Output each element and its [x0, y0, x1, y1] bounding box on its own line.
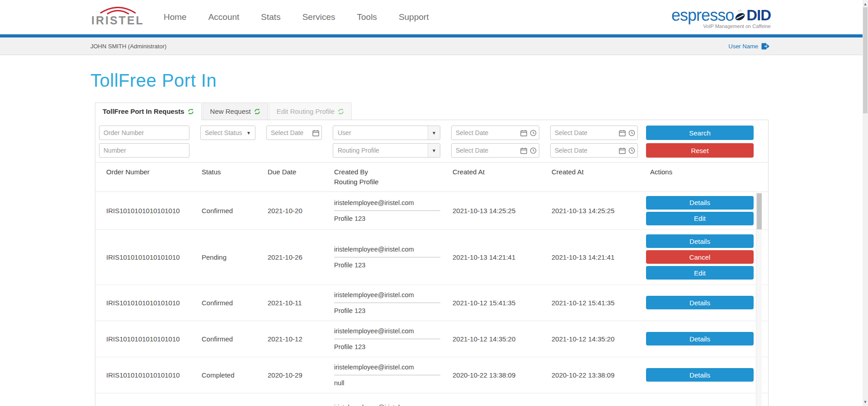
- page-scrollbar-thumb[interactable]: [863, 7, 868, 113]
- brand-text: IRISTEL: [91, 14, 144, 27]
- nav-account[interactable]: Account: [208, 12, 240, 22]
- details-button[interactable]: Details: [646, 196, 754, 210]
- nav-stats[interactable]: Stats: [261, 12, 280, 22]
- header-routing-profile: Routing Profile: [334, 177, 440, 187]
- clock-icon[interactable]: [530, 130, 537, 136]
- cell-due-date: 2021-10-26: [261, 248, 327, 266]
- created-from-filter-2[interactable]: Select Date: [451, 143, 539, 158]
- cell-status: Confirmed: [195, 201, 261, 220]
- calendar-icon[interactable]: [520, 130, 527, 136]
- cell-created-at-2: 2021-10-12 14:35:20: [545, 330, 643, 348]
- created-to-filter-2[interactable]: Select Date: [550, 143, 638, 158]
- table-row: IRIS1010101010101010 Confirmed 2021-10-2…: [95, 192, 768, 230]
- cell-created-at: 2020-10-21 13:04:27: [446, 405, 545, 406]
- created-by-email: iristelemployee@iristel.com: [334, 404, 440, 406]
- logout-icon: [761, 43, 769, 50]
- calendar-icon[interactable]: [520, 147, 527, 154]
- created-by-email: iristelemployee@iristel.com: [334, 246, 440, 257]
- page-scrollbar[interactable]: ▲ ▼: [863, 0, 868, 406]
- cell-actions: Details Cancel Edit: [643, 232, 768, 282]
- user-filter-value: User: [333, 126, 428, 140]
- tab-edit-routing-profile[interactable]: Edit Routing Profile: [269, 103, 352, 120]
- cell-created-at-2: 2021-10-12 15:41:35: [545, 294, 643, 312]
- cell-actions: Details: [643, 294, 768, 312]
- reset-button[interactable]: Reset: [646, 143, 754, 158]
- details-button[interactable]: Details: [646, 332, 754, 345]
- refresh-icon: [188, 108, 194, 115]
- cell-created-at-2: 2021-10-13 14:25:25: [545, 201, 643, 220]
- did-text: DID: [746, 7, 771, 24]
- calendar-icon[interactable]: [619, 147, 626, 154]
- details-button[interactable]: Details: [646, 368, 754, 382]
- refresh-icon: [338, 108, 344, 115]
- tab-new-request[interactable]: New Request: [203, 103, 268, 120]
- refresh-icon: [254, 108, 260, 115]
- table-header-row: Order Number Status Due Date Created By …: [95, 162, 768, 192]
- clock-icon[interactable]: [628, 147, 635, 154]
- coffee-bean-icon: [735, 9, 745, 21]
- cell-created-at: 2021-10-12 15:41:35: [446, 294, 545, 312]
- iristel-logo[interactable]: IRISTEL: [90, 5, 146, 29]
- top-navigation-bar: IRISTEL Home Account Stats Services Tool…: [0, 0, 868, 34]
- cell-order-number: IRIS1010101010101010: [95, 294, 195, 312]
- table-row: TFNIN20201021000001 Cancelled 2020-10-20…: [95, 393, 768, 406]
- header-created-by: Created By: [334, 167, 440, 177]
- search-button[interactable]: Search: [646, 126, 754, 140]
- cell-created-at: 2021-10-13 14:21:41: [446, 248, 545, 266]
- nav-tools[interactable]: Tools: [357, 12, 377, 22]
- tab-label: New Request: [210, 107, 251, 115]
- header-created-by-routing-profile: Created By Routing Profile: [327, 163, 446, 191]
- order-number-filter-input[interactable]: [99, 126, 189, 140]
- cell-created-by: iristelemployee@iristel.com Profile 123: [327, 240, 446, 274]
- clock-icon[interactable]: [530, 147, 537, 154]
- due-date-value: Select Date: [271, 129, 303, 136]
- cell-actions: Details: [643, 330, 768, 348]
- details-button[interactable]: Details: [646, 234, 754, 248]
- cell-status: Pending: [195, 248, 261, 266]
- number-filter-input[interactable]: [99, 143, 189, 158]
- tab-tollfree-port-in-requests[interactable]: TollFree Port In Requests: [95, 103, 202, 120]
- scroll-up-arrow[interactable]: ▲: [863, 1, 868, 7]
- user-filter-dropdown[interactable]: User ▼: [333, 126, 440, 140]
- details-button[interactable]: Details: [646, 296, 754, 309]
- cell-order-number: TFNIN20201021000001: [95, 405, 195, 406]
- nav-support[interactable]: Support: [399, 12, 429, 22]
- table-scrollbar-thumb[interactable]: [757, 193, 762, 229]
- cancel-button[interactable]: Cancel: [646, 250, 754, 264]
- nav-services[interactable]: Services: [302, 12, 335, 22]
- edit-button[interactable]: Edit: [646, 212, 754, 225]
- cell-status: Confirmed: [195, 294, 261, 312]
- created-to-value-2: Select Date: [555, 147, 587, 154]
- requests-panel: Select Status ▼ Select Date: [95, 120, 769, 406]
- header-order-number: Order Number: [95, 163, 195, 191]
- user-bar: JOHN SMITH (Administrator) User Name: [0, 37, 868, 55]
- page-title: TollFree Port In: [90, 70, 868, 91]
- chevron-down-icon[interactable]: ▼: [428, 126, 440, 140]
- calendar-icon[interactable]: [619, 130, 626, 136]
- routing-profile-filter-dropdown[interactable]: Routing Profile ▼: [333, 143, 440, 158]
- cell-created-at: 2021-10-12 14:35:20: [446, 330, 545, 348]
- tabstrip: TollFree Port In Requests New Request Ed…: [95, 103, 868, 120]
- espresso-text: espresso: [671, 6, 734, 25]
- cell-status: Completed: [195, 366, 261, 384]
- cell-order-number: IRIS1010101010101010: [95, 366, 195, 384]
- nav-home[interactable]: Home: [164, 12, 187, 22]
- edit-button[interactable]: Edit: [646, 266, 754, 280]
- created-by-email: iristelemployee@iristel.com: [334, 364, 440, 375]
- chevron-down-icon[interactable]: ▼: [428, 144, 440, 157]
- scroll-down-arrow[interactable]: ▼: [863, 399, 868, 405]
- routing-profile-value: Profile 123: [334, 211, 440, 222]
- routing-profile-value: Profile 123: [334, 257, 440, 269]
- clock-icon[interactable]: [628, 130, 635, 136]
- created-to-filter[interactable]: Select Date: [550, 126, 638, 140]
- cell-due-date: 2021-10-12: [261, 330, 327, 348]
- created-from-value: Select Date: [456, 129, 488, 136]
- created-from-filter[interactable]: Select Date: [451, 126, 539, 140]
- table-scrollbar[interactable]: [756, 191, 762, 406]
- tab-label: TollFree Port In Requests: [103, 107, 184, 115]
- status-filter-select[interactable]: Select Status ▼: [200, 126, 255, 140]
- cell-created-by: iristelemployee@iristel.com Profile 123: [327, 194, 446, 228]
- user-menu-link[interactable]: User Name: [728, 43, 769, 50]
- due-date-filter[interactable]: Select Date: [266, 126, 322, 140]
- calendar-icon[interactable]: [312, 130, 319, 136]
